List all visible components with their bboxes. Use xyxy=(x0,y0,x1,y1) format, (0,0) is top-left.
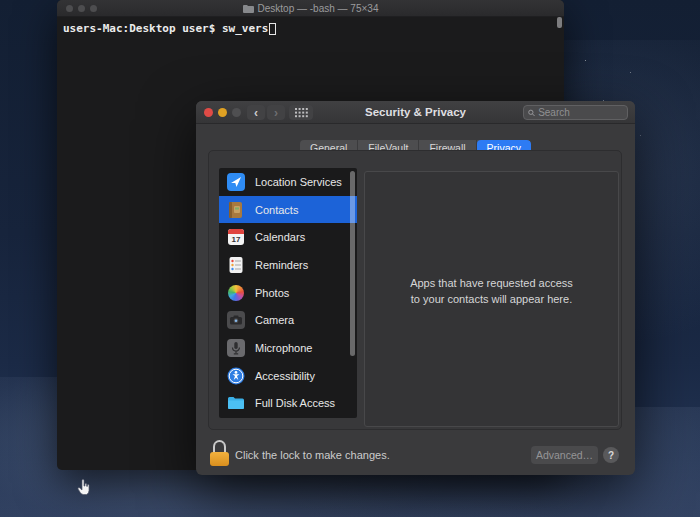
secwin-close-button[interactable] xyxy=(204,108,213,117)
svg-text:17: 17 xyxy=(232,235,241,244)
list-item-accessibility[interactable]: Accessibility xyxy=(219,362,357,390)
camera-icon xyxy=(227,311,245,329)
privacy-category-list[interactable]: Location Services Contacts 17 Calendars xyxy=(219,168,357,418)
list-item-contacts[interactable]: Contacts xyxy=(219,196,357,224)
secwin-traffic-lights[interactable] xyxy=(204,108,241,117)
back-chevron-icon: ‹ xyxy=(254,107,258,119)
forward-chevron-icon: › xyxy=(274,107,278,119)
list-item-label: Reminders xyxy=(255,259,308,271)
list-item-label: Microphone xyxy=(255,342,312,354)
terminal-cursor xyxy=(269,23,276,35)
advanced-button[interactable]: Advanced… xyxy=(531,446,598,464)
location-services-icon xyxy=(227,173,245,191)
pointing-hand-cursor xyxy=(76,479,91,500)
list-item-reminders[interactable]: Reminders xyxy=(219,251,357,279)
terminal-minimize-button[interactable] xyxy=(78,5,85,12)
list-item-label: Calendars xyxy=(255,231,305,243)
terminal-scrollbar[interactable] xyxy=(557,17,562,28)
window-title: Security & Privacy xyxy=(365,106,466,118)
requested-apps-panel: Apps that have requested access to your … xyxy=(364,171,619,427)
accessibility-icon xyxy=(227,367,245,385)
secwin-zoom-button xyxy=(232,108,241,117)
calendars-icon: 17 xyxy=(227,228,245,246)
terminal-body[interactable]: users-Mac:Desktop user$ sw_vers xyxy=(57,17,564,35)
secwin-nav-buttons[interactable]: ‹ › xyxy=(247,105,285,120)
sidebar-scrollbar[interactable] xyxy=(350,171,355,356)
list-item-label: Photos xyxy=(255,287,289,299)
microphone-icon xyxy=(227,339,245,357)
full-disk-access-icon xyxy=(227,394,245,412)
privacy-panel: Location Services Contacts 17 Calendars xyxy=(208,150,622,430)
contacts-icon xyxy=(227,201,245,219)
terminal-close-button[interactable] xyxy=(66,5,73,12)
list-item-calendars[interactable]: 17 Calendars xyxy=(219,223,357,251)
list-item-label: Full Disk Access xyxy=(255,397,335,409)
folder-icon xyxy=(243,4,254,13)
terminal-title: Desktop — -bash — 75×34 xyxy=(243,3,379,14)
list-item-full-disk-access[interactable]: Full Disk Access xyxy=(219,390,357,418)
question-mark-icon: ? xyxy=(608,450,614,461)
list-item-label: Contacts xyxy=(255,204,298,216)
terminal-titlebar[interactable]: Desktop — -bash — 75×34 xyxy=(57,0,564,17)
show-all-button[interactable] xyxy=(289,105,313,120)
list-item-label: Accessibility xyxy=(255,370,315,382)
list-item-location-services[interactable]: Location Services xyxy=(219,168,357,196)
list-item-label: Location Services xyxy=(255,176,342,188)
security-privacy-window[interactable]: ‹ › Security & Privacy xyxy=(196,101,635,475)
terminal-traffic-lights[interactable] xyxy=(66,5,97,12)
terminal-prompt-line: users-Mac:Desktop user$ sw_vers xyxy=(63,22,564,35)
help-button[interactable]: ? xyxy=(603,447,619,463)
lock-hint-text: Click the lock to make changes. xyxy=(235,449,390,461)
forward-button: › xyxy=(267,105,285,120)
list-item-label: Camera xyxy=(255,314,294,326)
desktop-screen: Desktop — -bash — 75×34 users-Mac:Deskto… xyxy=(0,0,700,517)
search-input[interactable] xyxy=(538,107,623,118)
photos-icon xyxy=(227,284,245,302)
wallpaper-stars xyxy=(585,60,586,61)
reminders-icon xyxy=(227,256,245,274)
empty-state-message: Apps that have requested access to your … xyxy=(365,276,618,308)
secwin-titlebar[interactable]: ‹ › Security & Privacy xyxy=(196,101,635,124)
secwin-minimize-button[interactable] xyxy=(218,108,227,117)
back-button[interactable]: ‹ xyxy=(247,105,265,120)
list-item-photos[interactable]: Photos xyxy=(219,279,357,307)
terminal-title-text: Desktop — -bash — 75×34 xyxy=(258,3,379,14)
search-field[interactable] xyxy=(523,105,628,120)
list-item-camera[interactable]: Camera xyxy=(219,306,357,334)
grid-icon xyxy=(295,108,308,118)
terminal-zoom-button[interactable] xyxy=(90,5,97,12)
search-icon xyxy=(528,109,535,117)
list-item-microphone[interactable]: Microphone xyxy=(219,334,357,362)
lock-body xyxy=(210,452,229,466)
terminal-prompt-text: users-Mac:Desktop user$ sw_vers xyxy=(63,22,268,35)
lock-icon[interactable] xyxy=(210,440,229,467)
